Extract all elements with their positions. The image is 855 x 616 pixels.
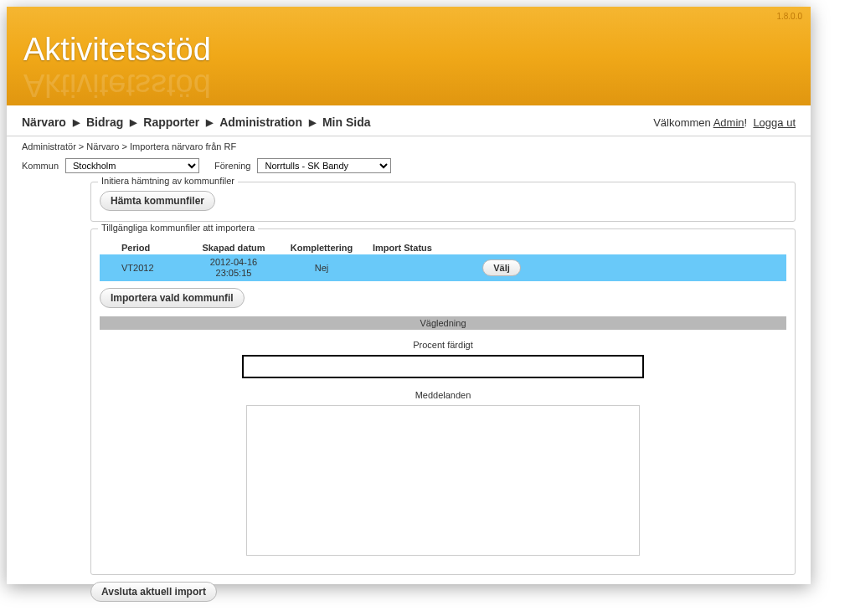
percent-label: Procent färdigt [100, 340, 786, 350]
messages-textarea[interactable] [246, 405, 640, 556]
welcome-text: Välkommen [653, 116, 713, 129]
kommun-label: Kommun [22, 161, 59, 171]
import-selected-button[interactable]: Importera vald kommunfil [100, 288, 245, 308]
table-header: Period Skapad datum Komplettering Import… [100, 241, 786, 254]
exclaim: ! [744, 116, 748, 129]
cell-komp: Nej [276, 263, 368, 273]
breadcrumb: Administratör > Närvaro > Importera närv… [7, 136, 811, 155]
finish-import-button[interactable]: Avsluta aktuell import [90, 582, 217, 602]
header: 1.8.0.0 Aktivitetsstöd Aktivitetsstöd [7, 7, 811, 105]
available-files-legend: Tillgängliga kommunfiler att importera [98, 223, 258, 233]
nav-administration[interactable]: Administration [219, 116, 302, 129]
guidance-bar: Vägledning [100, 316, 786, 330]
nav-rapporter[interactable]: Rapporter [143, 116, 199, 129]
nav-bidrag[interactable]: Bidrag [86, 116, 123, 129]
chevron-right-icon: ▶ [309, 117, 316, 128]
fetch-kommun-button[interactable]: Hämta kommunfiler [100, 191, 215, 211]
initiate-fetch-box: Initiera hämtning av kommunfiler Hämta k… [90, 182, 796, 222]
nav-narvaro[interactable]: Närvaro [22, 116, 66, 129]
nav-min-sida[interactable]: Min Sida [322, 116, 371, 129]
select-row-button[interactable]: Välj [482, 259, 521, 276]
cell-period: VT2012 [100, 263, 192, 273]
forening-select[interactable]: Norrtulls - SK Bandy [257, 158, 391, 173]
main-nav: Närvaro ▶ Bidrag ▶ Rapporter ▶ Administr… [7, 105, 811, 136]
messages-label: Meddelanden [100, 390, 786, 400]
initiate-fetch-legend: Initiera hämtning av kommunfiler [98, 176, 238, 186]
user-greeting: Välkommen Admin! Logga ut [653, 116, 796, 129]
app-logo-reflection: Aktivitetsstöd [23, 67, 211, 103]
table-row[interactable]: VT2012 2012-04-16 23:05:15 Nej Välj [100, 254, 786, 281]
progress-bar [242, 355, 644, 378]
chevron-right-icon: ▶ [130, 117, 136, 128]
cell-date: 2012-04-16 23:05:15 [192, 257, 276, 279]
version-label: 1.8.0.0 [776, 12, 802, 21]
logout-link[interactable]: Logga ut [753, 116, 796, 129]
chevron-right-icon: ▶ [206, 117, 213, 128]
col-status-header: Import Status [368, 243, 468, 253]
col-komp-header: Komplettering [276, 243, 368, 253]
forening-label: Förening [214, 161, 250, 171]
col-date-header: Skapad datum [192, 243, 276, 253]
col-period-header: Period [100, 243, 192, 253]
app-logo-text: Aktivitetsstöd [23, 32, 811, 68]
user-link[interactable]: Admin [713, 116, 744, 129]
kommun-select[interactable]: Stockholm [65, 158, 199, 173]
available-files-box: Tillgängliga kommunfiler att importera P… [90, 228, 796, 575]
chevron-right-icon: ▶ [73, 117, 80, 128]
